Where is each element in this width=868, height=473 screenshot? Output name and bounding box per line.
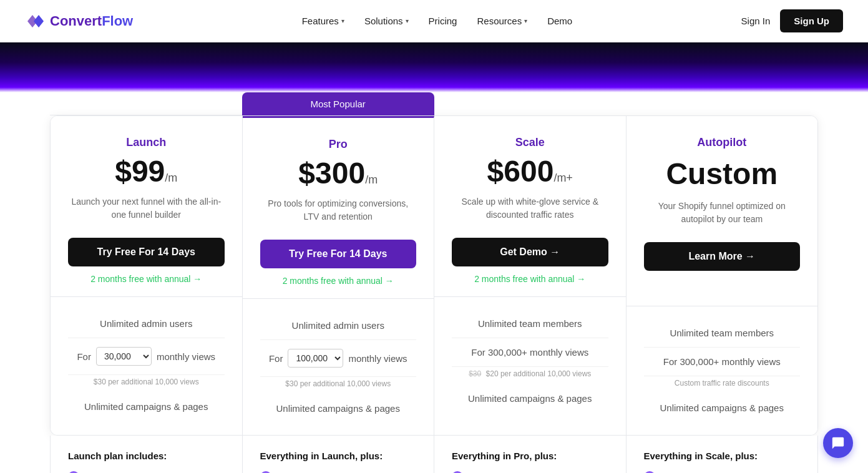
includes-title-pro: Everything in Launch, plus: [260, 451, 417, 461]
feature-campaigns-pro: Unlimited campaigns & pages [260, 394, 417, 422]
logo[interactable]: ConvertFlow [25, 12, 133, 30]
plan-header-autopilot: Autopilot Custom Your Shopify funnel opt… [627, 116, 818, 306]
views-prefix-launch: For [77, 351, 91, 362]
plan-features-pro: Unlimited admin users For 50,000 100,000… [243, 299, 434, 435]
views-note-autopilot: Custom traffic rate discounts [644, 376, 801, 394]
logo-text: ConvertFlow [50, 13, 133, 29]
feature-campaigns-autopilot: Unlimited campaigns & pages [644, 394, 801, 422]
cta-launch[interactable]: Try Free For 14 Days [68, 238, 225, 266]
includes-col-scale: Everything in Pro, plus: ✓ Discounted tr… [434, 436, 627, 473]
signup-button[interactable]: Sign Up [780, 9, 843, 32]
most-popular-badge: Most Popular [242, 92, 434, 115]
signin-link[interactable]: Sign In [741, 16, 771, 26]
chevron-down-icon: ▾ [341, 17, 344, 24]
views-row-autopilot: For 300,000+ monthly views [644, 348, 801, 376]
includes-title-autopilot: Everything in Scale, plus: [644, 451, 801, 461]
views-prefix-pro: For [269, 353, 283, 364]
cta-pro[interactable]: Try Free For 14 Days [260, 240, 417, 268]
includes-wrapper: Launch plan includes: ✓ All templates & … [50, 436, 818, 473]
pricing-section: Most Popular Launch $99/m Launch your ne… [0, 92, 868, 436]
annual-link-scale[interactable]: 2 months free with annual → [452, 274, 608, 284]
plan-price-scale: $600/m+ [452, 157, 608, 187]
plan-desc-autopilot: Your Shopify funnel optimized on autopil… [644, 200, 801, 230]
chevron-down-icon: ▾ [406, 17, 409, 24]
plan-features-autopilot: Unlimited team members For 300,000+ mont… [627, 306, 818, 434]
views-row-pro: For 50,000 100,000 200,000 300,000 month… [260, 340, 417, 377]
plan-price-launch: $99/m [68, 157, 225, 187]
feature-campaigns-scale: Unlimited campaigns & pages [452, 384, 608, 412]
hero-background [0, 42, 868, 92]
plan-name-pro: Pro [260, 138, 417, 151]
plan-features-scale: Unlimited team members For 300,000+ mont… [434, 297, 626, 425]
includes-col-autopilot: Everything in Scale, plus: ✓ Fully manag… [627, 436, 818, 473]
plan-price-autopilot: Custom [644, 157, 801, 191]
views-fixed-scale: For 300,000+ monthly views [471, 347, 588, 358]
views-note-launch: $30 per additional 10,000 views [68, 375, 225, 393]
cta-scale[interactable]: Get Demo → [452, 238, 608, 266]
nav-links: Features ▾ Solutions ▾ Pricing Resources… [293, 11, 582, 31]
views-select-pro[interactable]: 50,000 100,000 200,000 300,000 [288, 349, 343, 368]
plan-col-scale: Scale $600/m+ Scale up with white-glove … [434, 116, 627, 435]
feature-campaigns-launch: Unlimited campaigns & pages [68, 393, 225, 421]
feature-users-pro: Unlimited admin users [260, 311, 417, 340]
views-note-pro: $30 per additional 10,000 views [260, 377, 417, 394]
annual-link-launch[interactable]: 2 months free with annual → [68, 274, 225, 284]
views-fixed-autopilot: For 300,000+ monthly views [663, 356, 781, 367]
plan-col-autopilot: Autopilot Custom Your Shopify funnel opt… [627, 116, 818, 435]
views-suffix-launch: monthly views [157, 351, 215, 362]
nav-features[interactable]: Features ▾ [293, 11, 353, 31]
includes-title-launch: Launch plan includes: [68, 451, 225, 461]
plan-name-launch: Launch [68, 136, 225, 149]
plan-desc-launch: Launch your next funnel with the all-in-… [68, 195, 225, 225]
plan-desc-pro: Pro tools for optimizing conversions, LT… [260, 197, 417, 227]
navbar: ConvertFlow Features ▾ Solutions ▾ Prici… [0, 0, 868, 42]
plans-table: Launch $99/m Launch your next funnel wit… [50, 115, 818, 436]
plan-desc-scale: Scale up with white-glove service & disc… [452, 195, 608, 225]
chat-widget[interactable] [823, 428, 853, 458]
plan-launch-wrapper [50, 115, 242, 115]
nav-pricing[interactable]: Pricing [420, 11, 466, 31]
plan-price-pro: $300/m [260, 158, 417, 188]
views-select-launch[interactable]: 10,000 20,000 30,000 50,000 100,000 [96, 347, 152, 366]
plan-col-pro: Pro $300/m Pro tools for optimizing conv… [243, 116, 435, 435]
nav-demo[interactable]: Demo [539, 11, 581, 31]
views-row-scale: For 300,000+ monthly views [452, 338, 608, 367]
includes-title-scale: Everything in Pro, plus: [452, 451, 608, 461]
chat-icon [831, 436, 845, 450]
plan-pro-wrapper: Most Popular [242, 92, 434, 115]
plan-header-launch: Launch $99/m Launch your next funnel wit… [51, 116, 242, 297]
nav-actions: Sign In Sign Up [741, 9, 843, 32]
plan-features-launch: Unlimited admin users For 10,000 20,000 … [51, 297, 242, 433]
includes-col-launch: Launch plan includes: ✓ All templates & … [51, 436, 243, 473]
chevron-down-icon: ▾ [524, 17, 527, 24]
plan-name-autopilot: Autopilot [644, 136, 801, 149]
views-suffix-pro: monthly views [348, 353, 407, 364]
views-note-strike-scale: $30 [469, 369, 481, 378]
feature-users-launch: Unlimited admin users [68, 310, 225, 338]
includes-col-pro: Everything in Launch, plus: ✓ Custom bra… [243, 436, 435, 473]
views-note-price-scale: $20 [486, 369, 499, 378]
feature-users-autopilot: Unlimited team members [644, 319, 801, 348]
cta-autopilot[interactable]: Learn More → [644, 242, 801, 271]
plan-header-pro: Pro $300/m Pro tools for optimizing conv… [243, 118, 434, 299]
views-row-launch: For 10,000 20,000 30,000 50,000 100,000 … [68, 338, 225, 375]
plan-header-scale: Scale $600/m+ Scale up with white-glove … [434, 116, 626, 297]
logo-icon [25, 12, 45, 30]
nav-resources[interactable]: Resources ▾ [468, 11, 536, 31]
views-note-scale: $30 $20 per additional 10,000 views [452, 367, 608, 384]
includes-section: Launch plan includes: ✓ All templates & … [0, 436, 868, 473]
feature-users-scale: Unlimited team members [452, 310, 608, 338]
plan-col-launch: Launch $99/m Launch your next funnel wit… [51, 116, 243, 435]
nav-solutions[interactable]: Solutions ▾ [356, 11, 417, 31]
annual-link-pro[interactable]: 2 months free with annual → [260, 276, 417, 286]
plan-name-scale: Scale [452, 136, 608, 149]
